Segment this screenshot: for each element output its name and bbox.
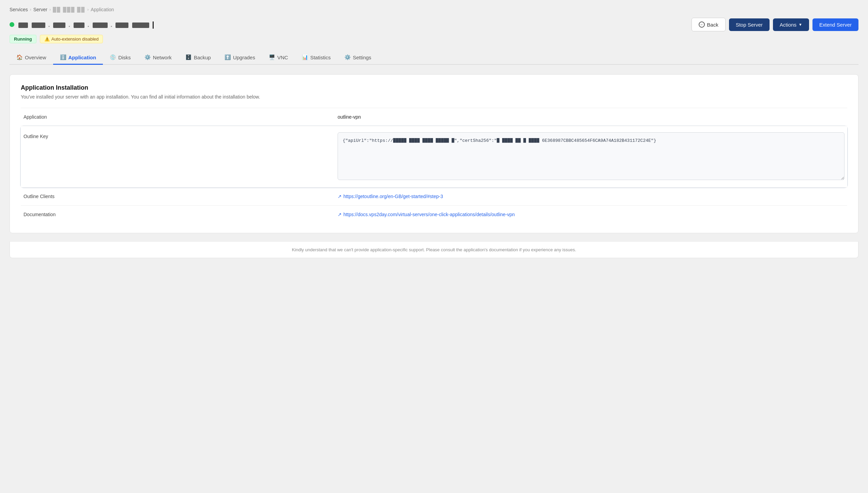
application-label: Application: [21, 108, 335, 126]
disks-icon: 💿: [110, 54, 116, 60]
tab-disks[interactable]: 💿 Disks: [103, 51, 138, 65]
actions-label: Actions: [780, 22, 796, 28]
tab-backup-label: Backup: [194, 55, 211, 60]
breadcrumb-sep-3: ›: [87, 7, 89, 12]
tab-settings-label: Settings: [353, 55, 371, 60]
info-table: Application outline-vpn Outline Key {"ap…: [21, 108, 847, 223]
status-badges: Running ⚠️ Auto-extension disabled: [10, 35, 858, 43]
outline-key-label: Outline Key: [21, 126, 335, 188]
settings-icon: ⚙️: [344, 54, 351, 60]
section-title: Application Installation: [21, 84, 847, 91]
tab-statistics-label: Statistics: [310, 55, 331, 60]
tab-overview-label: Overview: [25, 55, 46, 60]
outline-key-value: {"apiUrl":"https://█████ ████ ████ █████…: [335, 126, 847, 188]
outline-clients-link[interactable]: ↗ https://getoutline.org/en-GB/get-start…: [338, 194, 443, 199]
tab-application[interactable]: ℹ️ Application: [53, 51, 103, 65]
tab-vnc[interactable]: 🖥️ VNC: [262, 51, 295, 65]
breadcrumb-server[interactable]: Server: [33, 7, 47, 12]
actions-button[interactable]: Actions ▼: [773, 18, 809, 31]
upgrades-icon: ⬆️: [224, 54, 231, 60]
tab-upgrades[interactable]: ⬆️ Upgrades: [218, 51, 262, 65]
extend-server-label: Extend Server: [819, 22, 852, 28]
documentation-link[interactable]: ↗ https://docs.vps2day.com/virtual-serve…: [338, 212, 515, 217]
application-icon: ℹ️: [60, 54, 66, 60]
outline-clients-label: Outline Clients: [21, 188, 335, 206]
header-row: . . . . | ← Back Stop Server Actions: [10, 18, 858, 31]
table-row: Application outline-vpn: [21, 108, 847, 126]
status-dot: [10, 22, 14, 27]
stop-server-label: Stop Server: [736, 22, 763, 28]
backup-icon: 🗄️: [185, 54, 192, 60]
tab-network-label: Network: [153, 55, 172, 60]
external-link-icon: ↗: [338, 194, 342, 199]
running-badge: Running: [10, 35, 36, 43]
overview-icon: 🏠: [16, 54, 23, 60]
back-icon: ←: [699, 21, 705, 28]
tab-statistics[interactable]: 📊 Statistics: [295, 51, 338, 65]
tab-application-label: Application: [68, 55, 96, 60]
server-name-blur: . . . . |: [18, 20, 155, 29]
breadcrumb: Services › Server › ██ ███ ██ › Applicat…: [10, 7, 858, 12]
tab-overview[interactable]: 🏠 Overview: [10, 51, 53, 65]
back-label: Back: [707, 22, 718, 28]
tab-vnc-label: VNC: [277, 55, 288, 60]
documentation-row: Documentation ↗ https://docs.vps2day.com…: [21, 206, 847, 224]
page-wrapper: Services › Server › ██ ███ ██ › Applicat…: [0, 0, 868, 493]
tab-network[interactable]: ⚙️ Network: [138, 51, 179, 65]
outline-key-row: Outline Key {"apiUrl":"https://█████ ███…: [21, 126, 847, 188]
header-actions: ← Back Stop Server Actions ▼ Extend Serv…: [692, 18, 858, 31]
main-card: Application Installation You've installe…: [10, 74, 858, 233]
warning-label: Auto-extension disabled: [51, 36, 99, 42]
documentation-value: ↗ https://docs.vps2day.com/virtual-serve…: [335, 206, 847, 224]
external-link-icon-doc: ↗: [338, 212, 342, 217]
outline-clients-row: Outline Clients ↗ https://getoutline.org…: [21, 188, 847, 206]
tab-disks-label: Disks: [118, 55, 131, 60]
tab-backup[interactable]: 🗄️ Backup: [179, 51, 218, 65]
breadcrumb-current: Application: [91, 7, 114, 12]
section-desc: You've installed your server with an app…: [21, 94, 847, 100]
documentation-label: Documentation: [21, 206, 335, 224]
tab-settings[interactable]: ⚙️ Settings: [338, 51, 378, 65]
breadcrumb-sep-1: ›: [30, 7, 31, 12]
warning-badge: ⚠️ Auto-extension disabled: [40, 35, 103, 43]
back-button[interactable]: ← Back: [692, 18, 725, 31]
statistics-icon: 📊: [302, 54, 308, 60]
network-icon: ⚙️: [144, 54, 151, 60]
warning-icon: ⚠️: [44, 36, 50, 42]
breadcrumb-services[interactable]: Services: [10, 7, 28, 12]
chevron-down-icon: ▼: [799, 23, 802, 27]
extend-server-button[interactable]: Extend Server: [812, 18, 858, 31]
vnc-icon: 🖥️: [269, 54, 275, 60]
breadcrumb-sep-2: ›: [49, 7, 51, 12]
server-title: . . . . |: [10, 20, 155, 29]
application-value: outline-vpn: [335, 108, 847, 126]
outline-clients-value: ↗ https://getoutline.org/en-GB/get-start…: [335, 188, 847, 206]
outline-key-textarea[interactable]: {"apiUrl":"https://█████ ████ ████ █████…: [338, 132, 844, 180]
footer-note: Kindly understand that we can't provide …: [10, 241, 858, 258]
tab-upgrades-label: Upgrades: [233, 55, 255, 60]
tabs: 🏠 Overview ℹ️ Application 💿 Disks ⚙️ Net…: [10, 51, 858, 65]
stop-server-button[interactable]: Stop Server: [729, 18, 770, 31]
breadcrumb-server-id[interactable]: ██ ███ ██: [53, 7, 85, 12]
